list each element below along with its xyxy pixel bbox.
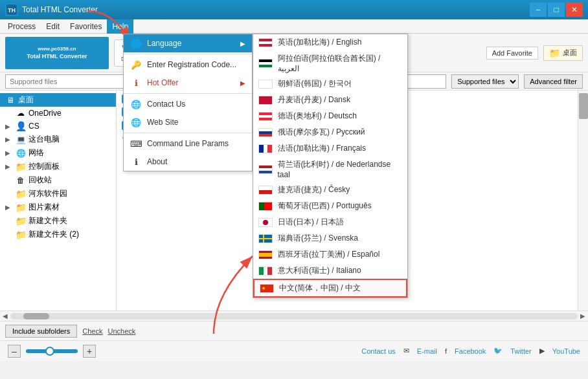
sidebar-item-network[interactable]: ▶ 🌐 网络 bbox=[0, 146, 116, 160]
help-menu-command-line[interactable]: ⌨ Command Line Params bbox=[124, 135, 252, 153]
status-bar-right: Contact us ✉ E-mail f Facebook 🐦 Twitter… bbox=[361, 347, 580, 355]
include-subfolders-button[interactable]: Include subfolders bbox=[5, 325, 77, 338]
zoom-slider[interactable] bbox=[26, 349, 78, 353]
lang-ko[interactable]: 朝鲜语(韩国) / 한국어 bbox=[253, 76, 407, 92]
vertical-scrollbar[interactable] bbox=[578, 91, 588, 310]
flag-sv bbox=[258, 234, 273, 243]
menu-process[interactable]: Process bbox=[3, 19, 41, 34]
lang-pt[interactable]: 葡萄牙语(巴西) / Português bbox=[253, 198, 407, 214]
email-link[interactable]: E-mail bbox=[417, 347, 437, 355]
help-menu-registration[interactable]: 🔑 Enter Registration Code... bbox=[124, 56, 252, 74]
close-button[interactable]: ✕ bbox=[566, 3, 583, 17]
scroll-thumb[interactable] bbox=[579, 93, 588, 119]
desktop-tree-icon: 🖥 bbox=[5, 95, 16, 105]
youtube-link[interactable]: YouTube bbox=[552, 347, 580, 355]
lang-fr[interactable]: 法语(加勒比海) / Français bbox=[253, 140, 407, 157]
lang-sv[interactable]: 瑞典语(芬兰) / Svenska bbox=[253, 230, 407, 246]
language-submenu[interactable]: 英语(加勒比海) / English 阿拉伯语(阿拉伯联合酋长国) / العر… bbox=[253, 34, 408, 298]
computer-icon: 💻 bbox=[16, 135, 26, 145]
title-bar: TH Total HTML Converter – □ ✕ bbox=[0, 0, 588, 19]
sidebar-item-onedrive[interactable]: ☁ OneDrive bbox=[0, 107, 116, 120]
scroll-left-arrow[interactable]: ◀ bbox=[3, 312, 8, 319]
scroll-right-arrow[interactable]: ▶ bbox=[580, 312, 585, 319]
twitter-link[interactable]: Twitter bbox=[510, 347, 531, 355]
sidebar-item-hedong[interactable]: 📁 河东软件园 bbox=[0, 187, 116, 200]
app-icon: TH bbox=[5, 3, 18, 16]
zoom-thumb[interactable] bbox=[45, 347, 54, 356]
logo-site: www.pc0359.cn bbox=[27, 45, 87, 52]
help-menu-contact-us[interactable]: 🌐 Contact Us bbox=[124, 95, 252, 113]
lang-de[interactable]: 德语(奥地利) / Deutsch bbox=[253, 108, 407, 124]
file-tree-sidebar: 🖥 桌面 ☁ OneDrive ▶ 👤 CS ▶ 💻 这台电脑 ▶ 🌐 网络 ▶… bbox=[0, 91, 117, 310]
contact-us-link[interactable]: Contact us bbox=[361, 347, 396, 355]
trash-icon: 🗑 bbox=[16, 175, 26, 186]
lang-ar[interactable]: 阿拉伯语(阿拉伯联合酋长国) / العربية bbox=[253, 50, 407, 76]
sidebar-item-control-panel[interactable]: ▶ 📁 控制面板 bbox=[0, 160, 116, 173]
sidebar-item-new-folder[interactable]: 📁 新建文件夹 bbox=[0, 214, 116, 228]
images-icon: 📁 bbox=[16, 202, 26, 213]
lang-da[interactable]: 丹麦语(丹麦) / Dansk bbox=[253, 92, 407, 108]
sidebar-item-new-folder-2[interactable]: 📁 新建文件夹 (2) bbox=[0, 228, 116, 241]
lang-cs[interactable]: 捷克语(捷克) / Česky bbox=[253, 182, 407, 198]
menu-divider-2 bbox=[124, 93, 252, 94]
flag-nl bbox=[258, 165, 273, 174]
lang-it[interactable]: 意大利语(瑞士) / Italiano bbox=[253, 263, 407, 279]
new-folder-2-icon: 📁 bbox=[16, 230, 26, 240]
desktop-button[interactable]: 📁 桌面 bbox=[543, 45, 583, 61]
flag-en bbox=[258, 38, 273, 47]
help-menu-about[interactable]: ℹ About bbox=[124, 153, 252, 171]
toolbar-logo: www.pc0359.cn Total HTML Converter bbox=[5, 37, 109, 69]
svg-text:TH: TH bbox=[8, 7, 16, 14]
advanced-filter-button[interactable]: Advanced filter bbox=[524, 74, 583, 89]
horizontal-scrollbar: ◀ ▶ bbox=[0, 310, 588, 321]
new-folder-icon: 📁 bbox=[16, 216, 26, 226]
scroll-thumb-h[interactable] bbox=[23, 313, 49, 319]
help-menu-language[interactable]: 🌐 Language ▶ bbox=[124, 34, 252, 52]
sidebar-item-images[interactable]: ▶ 📁 图片素材 bbox=[0, 200, 116, 214]
maximize-button[interactable]: □ bbox=[548, 3, 565, 17]
status-bar: – + Contact us ✉ E-mail f Facebook 🐦 Twi… bbox=[0, 340, 588, 361]
menu-edit[interactable]: Edit bbox=[41, 19, 65, 34]
sidebar-item-recycle[interactable]: 🗑 回收站 bbox=[0, 173, 116, 187]
zoom-minus-button[interactable]: – bbox=[8, 345, 21, 358]
sidebar-item-cs[interactable]: ▶ 👤 CS bbox=[0, 120, 116, 133]
lang-nl[interactable]: 荷兰语(比利时) / de Nederlandse taal bbox=[253, 157, 407, 182]
add-favorite-button[interactable]: Add Favorite bbox=[486, 47, 538, 60]
key-icon: 🔑 bbox=[130, 59, 142, 70]
help-menu-website[interactable]: 🌐 Web Site bbox=[124, 113, 252, 131]
flag-fr bbox=[258, 144, 273, 153]
menu-bar: Process Edit Favorites Help bbox=[0, 19, 588, 34]
website-icon: 🌐 bbox=[130, 116, 142, 128]
lang-en[interactable]: 英语(加勒比海) / English bbox=[253, 34, 407, 50]
flag-ar bbox=[258, 59, 273, 68]
lang-zh[interactable]: ★ 中文(简体，中国) / 中文 bbox=[253, 279, 407, 298]
lang-ja[interactable]: 日语(日本) / 日本語 bbox=[253, 214, 407, 230]
supported-files-select[interactable]: Supported files bbox=[451, 74, 519, 89]
logo-brand: Total HTML Converter bbox=[27, 52, 87, 61]
lang-es[interactable]: 西班牙语(拉丁美洲) / Español bbox=[253, 246, 407, 263]
menu-favorites[interactable]: Favorites bbox=[65, 19, 107, 34]
lang-ru[interactable]: 俄语(摩尔多瓦) / Русский bbox=[253, 124, 407, 140]
zoom-plus-button[interactable]: + bbox=[83, 345, 96, 358]
language-icon: 🌐 bbox=[130, 38, 142, 49]
facebook-link[interactable]: Facebook bbox=[455, 347, 486, 355]
menu-help[interactable]: Help bbox=[107, 19, 133, 34]
sidebar-item-computer[interactable]: ▶ 💻 这台电脑 bbox=[0, 133, 116, 146]
hedong-icon: 📁 bbox=[16, 189, 26, 199]
uncheck-button[interactable]: Uncheck bbox=[107, 327, 135, 335]
flag-zh: ★ bbox=[260, 284, 274, 293]
minimize-button[interactable]: – bbox=[530, 3, 547, 17]
flag-de bbox=[258, 112, 273, 121]
folder-icon: 👤 bbox=[16, 121, 26, 131]
scroll-track[interactable] bbox=[10, 313, 578, 319]
app-title: Total HTML Converter bbox=[22, 5, 530, 14]
flag-ko bbox=[258, 80, 273, 89]
flag-ja bbox=[258, 218, 273, 227]
menu-divider-1 bbox=[124, 54, 252, 54]
help-menu[interactable]: 🌐 Language ▶ 🔑 Enter Registration Code..… bbox=[123, 34, 253, 171]
help-menu-hot-offer[interactable]: ℹ Hot Offer ▶ bbox=[124, 74, 252, 92]
sidebar-item-desktop[interactable]: 🖥 桌面 bbox=[0, 93, 116, 107]
control-panel-icon: 📁 bbox=[16, 162, 26, 172]
check-button[interactable]: Check bbox=[82, 327, 102, 335]
contact-icon: 🌐 bbox=[130, 98, 142, 110]
